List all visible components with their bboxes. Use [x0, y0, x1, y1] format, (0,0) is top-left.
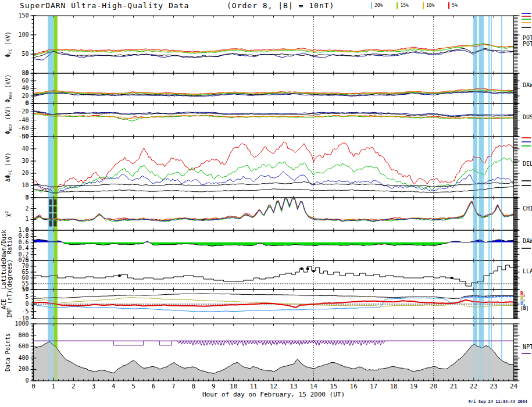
svg-text:(degrees): (degrees)	[6, 259, 13, 291]
svg-text:0: 0	[25, 100, 28, 106]
svg-text:150: 150	[18, 12, 28, 19]
right-panel-labels: POTPOTDAWDUSDELCHIDAWLLATNPTBzByBx|B|	[520, 35, 532, 350]
svg-text:4: 4	[112, 383, 116, 390]
svg-text:1: 1	[52, 383, 56, 390]
panel-lat: 505560657075Latitude(degrees)	[1, 257, 520, 292]
svg-text:10: 10	[230, 383, 237, 390]
svg-text:400: 400	[18, 355, 28, 361]
panel-imf: -10-50510ACEIMF (nT)	[1, 286, 520, 322]
svg-text:14: 14	[310, 383, 318, 390]
svg-text:POT: POT	[523, 41, 532, 47]
svg-text:19: 19	[410, 383, 417, 390]
superdarn-plot-window: SuperDARN Ultra-High-Quality Data (Order…	[0, 0, 532, 407]
svg-text:65: 65	[22, 269, 28, 275]
svg-text:75: 75	[22, 257, 28, 263]
svg-text:6: 6	[152, 383, 156, 390]
svg-text:10: 10	[22, 182, 28, 188]
svg-text:2: 2	[25, 205, 28, 212]
panel-dpc: 01020304050ΔΦPC (kV)	[5, 133, 520, 201]
panel-ratio: 0.00.20.40.60.81.0Dawn/DuskRatio	[1, 227, 520, 263]
svg-text:Data Points: Data Points	[5, 333, 11, 372]
svg-text:9: 9	[212, 383, 216, 390]
svg-text:100: 100	[18, 31, 28, 38]
svg-text:20: 20	[430, 383, 437, 390]
svg-text:0.8: 0.8	[18, 233, 28, 239]
panel-chi: 0123χ2	[5, 194, 520, 233]
svg-text:12: 12	[270, 383, 277, 390]
svg-text:80: 80	[22, 70, 28, 76]
svg-text:800: 800	[18, 332, 28, 338]
svg-text:21: 21	[450, 383, 458, 390]
svg-text:1000: 1000	[15, 320, 28, 327]
svg-text:0: 0	[31, 383, 35, 390]
svg-text:22: 22	[470, 383, 477, 390]
svg-text:50: 50	[22, 51, 28, 57]
svg-text:40: 40	[22, 145, 28, 152]
svg-text:ΔΦPC (kV): ΔΦPC (kV)	[5, 152, 13, 182]
x-axis-title: Hour of day on February, 15 2000 (UT)	[33, 391, 514, 398]
svg-text:Φmin (kV): Φmin (kV)	[5, 106, 13, 134]
svg-text:2: 2	[72, 383, 76, 390]
svg-text:10: 10	[22, 286, 28, 292]
svg-text:1.0: 1.0	[18, 227, 28, 233]
panel-min: -80-60-40-200Φmin (kV)	[5, 100, 520, 140]
svg-text:11: 11	[249, 383, 257, 390]
svg-text:17: 17	[370, 383, 377, 390]
svg-text:70: 70	[22, 263, 28, 269]
svg-text:|B|: |B|	[520, 306, 529, 311]
svg-text:16: 16	[350, 383, 358, 390]
svg-text:20: 20	[22, 170, 28, 176]
highlight-bands	[48, 16, 502, 381]
svg-text:60: 60	[22, 77, 28, 84]
panel-np: 02004006008001000Data Points	[5, 320, 520, 384]
svg-text:60: 60	[22, 274, 28, 281]
svg-text:-5: -5	[22, 308, 28, 315]
svg-text:-60: -60	[18, 125, 28, 131]
svg-text:40: 40	[22, 85, 28, 91]
svg-text:5: 5	[25, 294, 28, 300]
svg-text:-20: -20	[18, 108, 28, 115]
svg-text:7: 7	[172, 383, 176, 390]
svg-text:1: 1	[25, 216, 28, 222]
svg-text:LLAT: LLAT	[523, 268, 532, 274]
svg-text:Φmax (kV): Φmax (kV)	[5, 74, 13, 103]
svg-text:NPT: NPT	[523, 344, 532, 350]
svg-text:DUS: DUS	[523, 114, 532, 120]
panel-max: 020406080Φmax (kV)	[5, 70, 520, 106]
svg-text:3: 3	[25, 194, 28, 201]
svg-text:20: 20	[22, 92, 28, 99]
svg-text:χ2: χ2	[5, 211, 11, 217]
svg-text:8: 8	[192, 383, 196, 390]
panel-pc: 050100150ΦPC (kV)	[5, 12, 520, 76]
svg-text:24: 24	[510, 383, 518, 390]
svg-text:200: 200	[18, 366, 28, 372]
svg-text:600: 600	[18, 343, 28, 349]
svg-text:0: 0	[25, 301, 28, 307]
svg-text:0.2: 0.2	[18, 251, 28, 258]
svg-text:DAW: DAW	[523, 82, 532, 88]
svg-text:-40: -40	[18, 117, 28, 123]
svg-text:30: 30	[22, 158, 28, 164]
chart-svg: 050100150ΦPC (kV)020406080Φmax (kV)-80-6…	[0, 0, 532, 407]
highlight-bands-overlay	[48, 16, 502, 381]
svg-text:Ratio: Ratio	[6, 237, 13, 254]
svg-text:13: 13	[290, 383, 297, 390]
timestamp: Fri Sep 24 11:34:44 2004	[469, 399, 527, 404]
svg-text:0.6: 0.6	[18, 239, 28, 245]
svg-text:0: 0	[25, 377, 28, 384]
svg-text:5: 5	[131, 383, 135, 390]
svg-text:DAW: DAW	[523, 238, 532, 244]
svg-text:0.4: 0.4	[18, 245, 28, 251]
svg-text:18: 18	[390, 383, 397, 390]
svg-text:50: 50	[22, 133, 28, 140]
svg-text:IMF (nT): IMF (nT)	[6, 290, 13, 318]
svg-text:ΦPC (kV): ΦPC (kV)	[5, 31, 13, 58]
svg-text:3: 3	[91, 383, 95, 390]
svg-text:23: 23	[490, 383, 497, 390]
svg-text:CHI: CHI	[523, 205, 532, 212]
svg-text:DEL: DEL	[523, 160, 532, 167]
svg-text:15: 15	[330, 383, 337, 390]
